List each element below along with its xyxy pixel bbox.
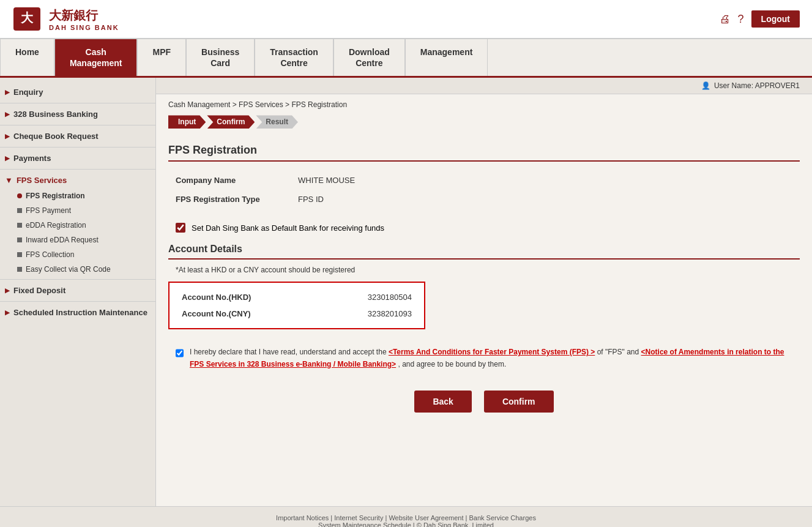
bullet-icon bbox=[17, 252, 22, 257]
expand-icon: ▼ bbox=[5, 176, 13, 185]
main-nav: Home CashManagement MPF BusinessCard Tra… bbox=[0, 39, 812, 78]
default-bank-label: Set Dah Sing Bank as Default Bank for re… bbox=[192, 223, 384, 233]
company-name-label: Company Name bbox=[168, 171, 291, 190]
account-row-cny: Account No.(CNY) 3238201093 bbox=[182, 305, 412, 322]
arrow-icon: ▶ bbox=[5, 309, 10, 316]
sidebar-item-enquiry[interactable]: ▶ Enquiry bbox=[0, 84, 155, 100]
fps-reg-type-label: FPS Registration Type bbox=[168, 190, 291, 209]
confirm-button[interactable]: Confirm bbox=[484, 391, 554, 413]
user-icon: 👤 bbox=[701, 81, 710, 90]
sidebar-subitem-fps-collection[interactable]: FPS Collection bbox=[0, 247, 155, 262]
logout-button[interactable]: Logout bbox=[751, 10, 800, 28]
footer-copyright: System Maintenance Schedule | © Dah Sing… bbox=[12, 521, 800, 527]
bullet-icon bbox=[17, 208, 22, 213]
page-title: FPS Registration bbox=[168, 144, 800, 162]
bank-logo: 大 大新銀行 DAH SING BANK bbox=[12, 6, 119, 32]
footer-link-user-agreement[interactable]: Website User Agreement bbox=[389, 514, 463, 521]
svg-text:大: 大 bbox=[20, 11, 34, 24]
fps-reg-type-value: FPS ID bbox=[291, 190, 800, 209]
step-confirm: Confirm bbox=[207, 115, 255, 129]
declaration-text: I hereby declare that I have read, under… bbox=[190, 346, 792, 370]
bank-name: 大新銀行 DAH SING BANK bbox=[49, 7, 119, 31]
footer-link-notices[interactable]: Important Notices bbox=[276, 514, 329, 521]
main-content: 👤 User Name: APPROVER1 Cash Management >… bbox=[156, 78, 812, 506]
declaration-row: I hereby declare that I have read, under… bbox=[168, 342, 800, 375]
nav-cash-management[interactable]: CashManagement bbox=[54, 39, 138, 76]
default-bank-row: Set Dah Sing Bank as Default Bank for re… bbox=[168, 218, 800, 237]
footer-link-maintenance[interactable]: System Maintenance Schedule bbox=[318, 521, 411, 527]
header: 大 大新銀行 DAH SING BANK 🖨 ? Logout bbox=[0, 0, 812, 39]
account-cny-label: Account No.(CNY) bbox=[182, 309, 251, 318]
divider bbox=[0, 103, 155, 103]
account-note: *At least a HKD or a CNY account should … bbox=[168, 266, 800, 274]
help-icon[interactable]: ? bbox=[738, 13, 744, 26]
sidebar-subitem-inward-edda[interactable]: Inward eDDA Request bbox=[0, 233, 155, 247]
step-result: Result bbox=[256, 115, 298, 129]
divider bbox=[0, 301, 155, 302]
arrow-icon: ▶ bbox=[5, 111, 10, 118]
bullet-icon bbox=[17, 267, 22, 272]
account-row-hkd: Account No.(HKD) 3230180504 bbox=[182, 289, 412, 305]
arrow-icon: ▶ bbox=[5, 89, 10, 95]
print-icon[interactable]: 🖨 bbox=[720, 13, 731, 26]
divider bbox=[0, 125, 155, 125]
sidebar-subitem-edda-registration[interactable]: eDDA Registration bbox=[0, 218, 155, 233]
bullet-icon bbox=[17, 193, 22, 198]
sidebar: ▶ Enquiry ▶ 328 Business Banking ▶ Chequ… bbox=[0, 78, 156, 506]
nav-home[interactable]: Home bbox=[0, 39, 54, 76]
sidebar-item-cheque[interactable]: ▶ Cheque Book Request bbox=[0, 128, 155, 144]
account-details-title: Account Details bbox=[168, 244, 800, 260]
bullet-icon bbox=[17, 237, 22, 242]
steps-bar: Input Confirm Result bbox=[156, 112, 812, 135]
company-name-value: WHITE MOUSE bbox=[291, 171, 800, 190]
back-button[interactable]: Back bbox=[414, 391, 471, 413]
account-box: Account No.(HKD) 3230180504 Account No.(… bbox=[168, 282, 425, 329]
sidebar-item-payments[interactable]: ▶ Payments bbox=[0, 150, 155, 166]
form-table: Company Name WHITE MOUSE FPS Registratio… bbox=[168, 171, 800, 209]
account-hkd-label: Account No.(HKD) bbox=[182, 293, 251, 302]
nav-mpf[interactable]: MPF bbox=[137, 39, 186, 76]
breadcrumb: Cash Management > FPS Services > FPS Reg… bbox=[156, 94, 812, 112]
table-row: FPS Registration Type FPS ID bbox=[168, 190, 800, 209]
step-input: Input bbox=[168, 115, 206, 129]
default-bank-checkbox[interactable] bbox=[176, 223, 185, 233]
bullet-icon bbox=[17, 223, 22, 228]
layout: ▶ Enquiry ▶ 328 Business Banking ▶ Chequ… bbox=[0, 78, 812, 506]
sidebar-subitem-easy-collect[interactable]: Easy Collect via QR Code bbox=[0, 262, 155, 277]
footer-link-charges[interactable]: Bank Service Charges bbox=[469, 514, 535, 521]
sidebar-subitem-fps-registration[interactable]: FPS Registration bbox=[0, 189, 155, 203]
sidebar-subitem-fps-payment[interactable]: FPS Payment bbox=[0, 203, 155, 218]
footer: Important Notices | Internet Security | … bbox=[0, 506, 812, 527]
account-hkd-value: 3230180504 bbox=[331, 293, 412, 302]
nav-transaction-centre[interactable]: TransactionCentre bbox=[255, 39, 333, 76]
sidebar-item-fps-services[interactable]: ▼ FPS Services bbox=[0, 172, 155, 189]
divider bbox=[0, 169, 155, 170]
nav-management[interactable]: Management bbox=[405, 39, 488, 76]
arrow-icon: ▶ bbox=[5, 287, 10, 294]
table-row: Company Name WHITE MOUSE bbox=[168, 171, 800, 190]
sidebar-item-scheduled[interactable]: ▶ Scheduled Instruction Maintenance bbox=[0, 304, 155, 321]
button-row: Back Confirm bbox=[168, 384, 800, 419]
nav-business-card[interactable]: BusinessCard bbox=[186, 39, 255, 76]
divider bbox=[0, 147, 155, 148]
footer-links: Important Notices | Internet Security | … bbox=[12, 514, 800, 521]
account-cny-value: 3238201093 bbox=[331, 309, 412, 318]
terms-link[interactable]: <Terms And Conditions for Faster Payment… bbox=[389, 348, 595, 356]
divider bbox=[0, 279, 155, 280]
sidebar-item-328[interactable]: ▶ 328 Business Banking bbox=[0, 106, 155, 122]
nav-download-centre[interactable]: DownloadCentre bbox=[333, 39, 405, 76]
footer-link-security[interactable]: Internet Security bbox=[334, 514, 383, 521]
username-label: User Name: APPROVER1 bbox=[714, 81, 800, 90]
arrow-icon: ▶ bbox=[5, 133, 10, 140]
arrow-icon: ▶ bbox=[5, 155, 10, 162]
header-actions: 🖨 ? Logout bbox=[720, 10, 800, 28]
declaration-checkbox[interactable] bbox=[176, 348, 184, 358]
user-bar: 👤 User Name: APPROVER1 bbox=[156, 78, 812, 94]
sidebar-item-fixed-deposit[interactable]: ▶ Fixed Deposit bbox=[0, 282, 155, 299]
content-area: FPS Registration Company Name WHITE MOUS… bbox=[156, 135, 812, 427]
logo-icon: 大 bbox=[12, 6, 42, 32]
